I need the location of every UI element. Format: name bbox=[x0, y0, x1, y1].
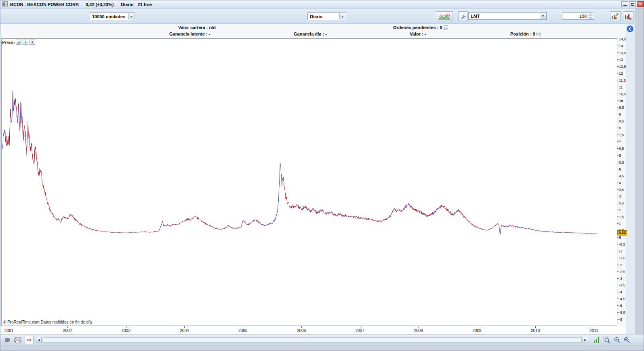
spinner-up-icon[interactable]: ▲ bbox=[588, 13, 593, 16]
posicion-value: Posición : 0 bbox=[510, 32, 535, 36]
price-axis-tick: -1 bbox=[619, 249, 622, 253]
position-grid-icon[interactable] bbox=[537, 32, 541, 36]
order-type-dropdown[interactable]: LMT ▼ bbox=[468, 12, 547, 20]
valor-text: Valor : - bbox=[410, 32, 426, 36]
order-settings-button[interactable] bbox=[458, 11, 467, 21]
price-settings-button[interactable] bbox=[16, 40, 21, 45]
price-axis-tick: 2 bbox=[619, 208, 621, 212]
ordenes-pendientes-text: Ordenes pendientes : 0 bbox=[393, 25, 448, 30]
app-icon bbox=[2, 1, 8, 8]
price-axis-tick: 14,5 bbox=[619, 37, 626, 41]
expand-panel-button[interactable]: ▲ bbox=[23, 40, 28, 45]
chevron-down-icon: ▼ bbox=[339, 13, 345, 19]
scroll-left-button[interactable]: ◀ bbox=[36, 337, 42, 343]
quantity-stepper[interactable]: 100 ▲▼ bbox=[562, 12, 594, 20]
current-price-tag: 0,32 bbox=[617, 230, 627, 235]
scroll-right-button[interactable]: ▶ bbox=[583, 337, 588, 343]
price-axis-tick: 4,5 bbox=[619, 174, 624, 178]
period-dropdown-value: Diario bbox=[310, 14, 322, 19]
bottom-toolbar: ✉ ✂ ◀ ▶ bbox=[0, 334, 644, 345]
period-dropdown[interactable]: Diario ▼ bbox=[307, 13, 346, 20]
price-axis-tick: 8,5 bbox=[619, 119, 624, 123]
time-axis-tickmark bbox=[67, 326, 68, 328]
time-axis[interactable]: 2001200220032004200520062007200820092010… bbox=[0, 326, 626, 334]
time-axis-tickmark bbox=[360, 326, 360, 328]
maximize-icon bbox=[631, 3, 634, 6]
time-axis-label: 2002 bbox=[63, 328, 72, 333]
time-axis-label: 2010 bbox=[531, 328, 540, 333]
time-axis-tickmark bbox=[301, 326, 302, 328]
envelope-icon: ✉ bbox=[5, 337, 10, 343]
chart-style-button[interactable] bbox=[436, 11, 453, 21]
printer-icon bbox=[14, 337, 21, 343]
price-axis-tick: 12 bbox=[619, 71, 623, 76]
price-axis-tick: 3,5 bbox=[619, 188, 624, 192]
chevron-down-icon: ▼ bbox=[128, 13, 134, 19]
arrow-right-icon: ▶ bbox=[584, 338, 586, 342]
close-icon: ✕ bbox=[639, 2, 642, 6]
time-axis-label: 2001 bbox=[4, 328, 13, 333]
chevron-down-icon: ▼ bbox=[540, 13, 546, 19]
orders-grid-icon[interactable] bbox=[444, 25, 448, 30]
close-panel-button[interactable]: ▼ bbox=[29, 40, 35, 45]
zoom-selection-icon bbox=[603, 336, 610, 344]
wrench-icon bbox=[460, 14, 466, 19]
email-button[interactable]: ✉ bbox=[3, 336, 12, 344]
price-axis-tick: -5 bbox=[619, 304, 622, 308]
time-axis-label: 2009 bbox=[472, 328, 481, 333]
time-axis-label: 2006 bbox=[297, 328, 306, 333]
price-axis-tick: 3 bbox=[619, 194, 621, 198]
price-axis-tick: 8 bbox=[619, 126, 621, 130]
time-axis-tickmark bbox=[126, 326, 126, 328]
price-axis-tick: 5 bbox=[619, 167, 621, 171]
time-axis-label: 2004 bbox=[180, 328, 189, 333]
ganancia-dia-value: Ganancia día : - bbox=[294, 32, 327, 36]
price-panel-header: Precio ▲ ▼ bbox=[2, 40, 35, 45]
zoom-out-button[interactable] bbox=[613, 336, 622, 344]
price-axis-tick: 1,5 bbox=[619, 215, 624, 219]
price-axis-tick: -3 bbox=[619, 277, 622, 281]
price-axis-tick: 9,5 bbox=[619, 105, 624, 109]
print-button[interactable] bbox=[13, 336, 22, 344]
time-axis-tickmark bbox=[535, 326, 536, 328]
wrench-icon bbox=[17, 40, 21, 44]
chart-scrollbar[interactable] bbox=[43, 337, 582, 343]
quantity-value: 100 bbox=[579, 14, 587, 19]
price-axis-tick: -1,5 bbox=[619, 256, 625, 260]
valor-cartera-text: Valor cartera : n/d bbox=[178, 25, 216, 30]
price-panel-label: Precio bbox=[2, 40, 15, 45]
bar-chart-icon bbox=[593, 336, 600, 343]
price-axis-tick: -3,5 bbox=[619, 283, 625, 287]
main-toolbar: 10000 unidades ▼ Diario ▼ LMT ▼ 100 ▲▼ bbox=[0, 8, 644, 24]
time-axis-label: 2008 bbox=[414, 328, 423, 333]
circular-arrow-icon bbox=[627, 25, 633, 32]
time-axis-label: 2007 bbox=[356, 328, 364, 333]
window-footer bbox=[0, 345, 644, 351]
units-dropdown[interactable]: 10000 unidades ▼ bbox=[90, 13, 135, 20]
zoom-selection-button[interactable] bbox=[602, 336, 611, 344]
time-axis-tickmark bbox=[594, 326, 594, 328]
price-axis-tick: -4,5 bbox=[619, 297, 625, 301]
price-axis-tick: 6 bbox=[619, 153, 621, 158]
order-type-value: LMT bbox=[471, 14, 480, 19]
close-button[interactable]: ✕ bbox=[637, 1, 644, 7]
price-chart[interactable] bbox=[1, 38, 617, 326]
auto-zoom-button[interactable] bbox=[592, 336, 601, 344]
cut-connection-button[interactable]: ✂ bbox=[25, 336, 34, 344]
time-axis-tickmark bbox=[9, 326, 9, 328]
zoom-in-button[interactable] bbox=[623, 336, 631, 344]
price-axis-tick: 0 bbox=[619, 235, 621, 240]
spinner-down-icon[interactable]: ▼ bbox=[588, 16, 593, 19]
ganancia-latente-text: Ganancia latente : - bbox=[169, 32, 210, 36]
units-dropdown-value: 10000 unidades bbox=[92, 14, 125, 19]
time-axis-label: 2003 bbox=[121, 328, 130, 333]
window-title-period: Diario bbox=[121, 2, 133, 7]
ganancia-dia-text: Ganancia día : - bbox=[294, 32, 327, 36]
window-title-symbol: BCON - BEACON POWER CORP. bbox=[10, 2, 79, 7]
right-gutter bbox=[635, 8, 644, 345]
orders-panel-toggle[interactable] bbox=[627, 25, 634, 33]
scissors-icon: ✂ bbox=[27, 337, 32, 343]
price-axis-tick: 14 bbox=[619, 44, 623, 48]
price-axis-tick: 11 bbox=[619, 85, 623, 89]
titlebar: BCON - BEACON POWER CORP. 0,32 (+3,23%) … bbox=[0, 0, 644, 8]
